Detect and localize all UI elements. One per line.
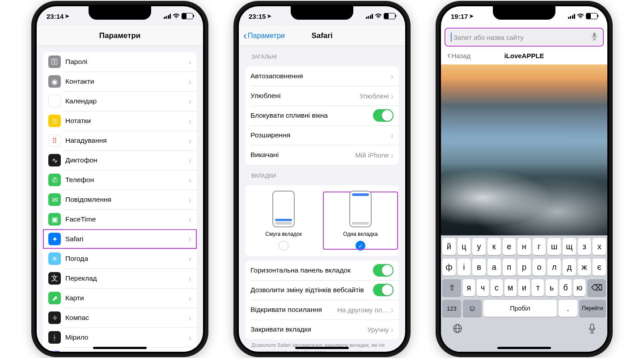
settings-row-повідомлення[interactable]: ✉Повідомлення› [43, 190, 197, 209]
home-indicator[interactable] [497, 347, 551, 349]
key-р[interactable]: р [517, 259, 531, 276]
home-indicator[interactable] [93, 347, 147, 349]
toggle[interactable] [373, 264, 394, 277]
row-автозаповнення[interactable]: Автозаповнення› [245, 66, 399, 86]
row-розширення[interactable]: Розширення› [245, 125, 399, 145]
key-х[interactable]: х [593, 238, 606, 255]
key-ж[interactable]: ж [578, 259, 591, 276]
section-header-general: ЗАГАЛЬНІ [251, 54, 393, 60]
key-ш[interactable]: ш [547, 238, 561, 255]
key-д[interactable]: д [563, 259, 576, 276]
signal-icon [366, 14, 373, 19]
key-ч[interactable]: ч [477, 279, 489, 296]
notes-icon: ≣ [48, 115, 61, 127]
key-й[interactable]: й [442, 238, 456, 255]
key-ь[interactable]: ь [546, 279, 558, 296]
row-дозволити-зміну-відтінків-вебсайтів[interactable]: Дозволити зміну відтінків вебсайтів [245, 280, 399, 300]
key-і[interactable]: і [458, 259, 471, 276]
key-н[interactable]: н [517, 238, 531, 255]
settings-row-диктофон[interactable]: ∿Диктофон› [43, 150, 197, 170]
key-ф[interactable]: ф [442, 259, 456, 276]
location-icon: ➤ [469, 13, 474, 19]
settings-row-нагадування[interactable]: ⠿Нагадування› [43, 131, 197, 150]
page-header: ‹ Назад iLoveAPPLE [441, 47, 607, 64]
settings-row-facetime[interactable]: ▣FaceTime› [43, 209, 197, 229]
key-numbers[interactable]: 123 [442, 300, 461, 317]
chevron-right-icon: › [390, 91, 394, 100]
address-bar[interactable]: Запит або назва сайту [446, 30, 602, 45]
key-ц[interactable]: ц [458, 238, 471, 255]
key-dot[interactable]: . [559, 300, 577, 317]
key-п[interactable]: п [503, 259, 516, 276]
settings-row-календар[interactable]: ▦Календар› [43, 91, 197, 111]
notch [291, 6, 353, 20]
dictation-icon[interactable] [588, 323, 596, 336]
settings-list[interactable]: ⚿Паролі›◉Контакти›▦Календар›≣Нотатки›⠿На… [37, 46, 203, 352]
chevron-right-icon: › [188, 195, 191, 204]
home-indicator[interactable] [295, 347, 349, 349]
key-и[interactable]: и [518, 279, 530, 296]
wifi-icon [375, 13, 382, 19]
chevron-left-icon: ‹ [243, 30, 247, 41]
key-а[interactable]: а [487, 259, 501, 276]
key-б[interactable]: б [559, 279, 572, 296]
microphone-icon[interactable] [591, 32, 597, 42]
row-label: Дозволити зміну відтінків вебсайтів [250, 286, 373, 294]
compass-icon: ✧ [48, 311, 61, 324]
settings-row-паролі[interactable]: ⚿Паролі› [43, 52, 197, 72]
key-е[interactable]: е [503, 238, 516, 255]
row-викачані[interactable]: ВикачаніМій iPhone› [245, 145, 399, 165]
key-щ[interactable]: щ [563, 238, 576, 255]
page-back-button[interactable]: ‹ Назад [447, 50, 470, 61]
row-улюблені[interactable]: УлюбленіУлюблені› [245, 86, 399, 106]
key-я[interactable]: я [463, 279, 475, 296]
key-з[interactable]: з [578, 238, 591, 255]
key-г[interactable]: г [533, 238, 546, 255]
settings-row-нотатки[interactable]: ≣Нотатки› [43, 111, 197, 131]
settings-row-переклад[interactable]: 文Переклад› [43, 268, 197, 288]
calendar-icon: ▦ [48, 95, 61, 107]
row-label: Нагадування [65, 136, 188, 145]
key-в[interactable]: в [472, 259, 486, 276]
tab-layout-option-0[interactable]: Смуга вкладок [245, 191, 322, 251]
svg-rect-4 [591, 324, 594, 329]
row-горизонтальна-панель-вкладок[interactable]: Горизонтальна панель вкладок [245, 260, 399, 280]
row-відкривати-посилання[interactable]: Відкривати посиланняНа другому пл…› [245, 300, 399, 320]
back-button[interactable]: ‹ Параметри [243, 30, 285, 41]
key-emoji[interactable]: ☺ [463, 300, 482, 317]
key-go[interactable]: Перейти [579, 300, 606, 317]
option-label: Смуга вкладок [265, 231, 302, 237]
keyboard[interactable]: йцукенгшщзх фівапролджє ⇧ячсмитьбю⌫ 123 … [441, 235, 607, 352]
row-блокувати-спливні-вікна[interactable]: Блокувати спливні вікна [245, 106, 399, 125]
toggle[interactable] [373, 109, 394, 122]
phone-safari-settings: 23:15 ➤ ‹ Параметри Safari ЗАГАЛЬНІ Авто [233, 1, 411, 357]
chevron-right-icon: › [188, 97, 191, 106]
key-ю[interactable]: ю [573, 279, 585, 296]
key-backspace[interactable]: ⌫ [587, 279, 606, 296]
key-shift[interactable]: ⇧ [442, 279, 461, 296]
row-закривати-вкладки[interactable]: Закривати вкладкиУручну› [245, 320, 399, 339]
key-space[interactable]: Пробіл [483, 300, 557, 317]
messages-icon: ✉ [48, 193, 61, 206]
globe-icon[interactable] [452, 323, 463, 336]
row-label: FaceTime [65, 215, 188, 223]
tab-layout-option-1[interactable]: Одна вкладка✓ [322, 191, 399, 251]
settings-row-карти[interactable]: ⬈Карти› [43, 288, 197, 308]
key-є[interactable]: є [593, 259, 606, 276]
key-о[interactable]: о [533, 259, 546, 276]
settings-row-погода[interactable]: ☀Погода› [43, 249, 197, 268]
settings-row-safari[interactable]: ✦Safari› [43, 229, 197, 249]
key-л[interactable]: л [547, 259, 561, 276]
key-с[interactable]: с [491, 279, 503, 296]
key-у[interactable]: у [472, 238, 486, 255]
key-т[interactable]: т [532, 279, 544, 296]
key-м[interactable]: м [504, 279, 517, 296]
settings-row-контакти[interactable]: ◉Контакти› [43, 72, 197, 91]
row-label: Диктофон [65, 156, 188, 164]
settings-row-мірило[interactable]: ⟊Мірило› [43, 328, 197, 347]
settings-row-телефон[interactable]: ✆Телефон› [43, 170, 197, 190]
settings-row-компас[interactable]: ✧Компас› [43, 308, 197, 328]
key-к[interactable]: к [487, 238, 501, 255]
toggle[interactable] [373, 284, 394, 296]
safari-settings-body[interactable]: ЗАГАЛЬНІ Автозаповнення›УлюбленіУлюблені… [239, 46, 405, 352]
